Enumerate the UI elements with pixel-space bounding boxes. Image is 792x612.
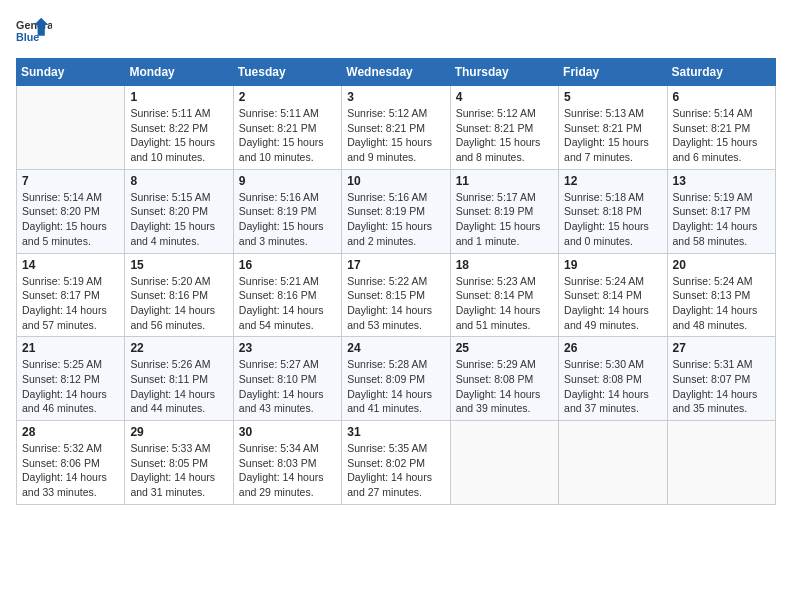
week-row-3: 14Sunrise: 5:19 AMSunset: 8:17 PMDayligh…	[17, 253, 776, 337]
day-info: Sunrise: 5:27 AMSunset: 8:10 PMDaylight:…	[239, 357, 336, 416]
week-row-4: 21Sunrise: 5:25 AMSunset: 8:12 PMDayligh…	[17, 337, 776, 421]
day-info: Sunrise: 5:24 AMSunset: 8:13 PMDaylight:…	[673, 274, 770, 333]
day-info: Sunrise: 5:19 AMSunset: 8:17 PMDaylight:…	[673, 190, 770, 249]
header-tuesday: Tuesday	[233, 59, 341, 86]
week-row-2: 7Sunrise: 5:14 AMSunset: 8:20 PMDaylight…	[17, 169, 776, 253]
day-info: Sunrise: 5:12 AMSunset: 8:21 PMDaylight:…	[456, 106, 553, 165]
day-info: Sunrise: 5:30 AMSunset: 8:08 PMDaylight:…	[564, 357, 661, 416]
day-number: 7	[22, 174, 119, 188]
calendar-cell: 12Sunrise: 5:18 AMSunset: 8:18 PMDayligh…	[559, 169, 667, 253]
day-info: Sunrise: 5:22 AMSunset: 8:15 PMDaylight:…	[347, 274, 444, 333]
calendar-cell: 30Sunrise: 5:34 AMSunset: 8:03 PMDayligh…	[233, 421, 341, 505]
calendar-cell: 27Sunrise: 5:31 AMSunset: 8:07 PMDayligh…	[667, 337, 775, 421]
calendar-cell: 31Sunrise: 5:35 AMSunset: 8:02 PMDayligh…	[342, 421, 450, 505]
header-wednesday: Wednesday	[342, 59, 450, 86]
header-thursday: Thursday	[450, 59, 558, 86]
weekday-header-row: SundayMondayTuesdayWednesdayThursdayFrid…	[17, 59, 776, 86]
day-number: 2	[239, 90, 336, 104]
calendar-cell: 2Sunrise: 5:11 AMSunset: 8:21 PMDaylight…	[233, 86, 341, 170]
day-number: 29	[130, 425, 227, 439]
day-info: Sunrise: 5:16 AMSunset: 8:19 PMDaylight:…	[347, 190, 444, 249]
day-info: Sunrise: 5:33 AMSunset: 8:05 PMDaylight:…	[130, 441, 227, 500]
day-info: Sunrise: 5:11 AMSunset: 8:21 PMDaylight:…	[239, 106, 336, 165]
day-info: Sunrise: 5:21 AMSunset: 8:16 PMDaylight:…	[239, 274, 336, 333]
calendar-cell: 11Sunrise: 5:17 AMSunset: 8:19 PMDayligh…	[450, 169, 558, 253]
calendar-cell: 8Sunrise: 5:15 AMSunset: 8:20 PMDaylight…	[125, 169, 233, 253]
calendar-cell	[559, 421, 667, 505]
day-number: 28	[22, 425, 119, 439]
calendar-cell: 9Sunrise: 5:16 AMSunset: 8:19 PMDaylight…	[233, 169, 341, 253]
calendar-cell: 28Sunrise: 5:32 AMSunset: 8:06 PMDayligh…	[17, 421, 125, 505]
day-number: 13	[673, 174, 770, 188]
week-row-1: 1Sunrise: 5:11 AMSunset: 8:22 PMDaylight…	[17, 86, 776, 170]
calendar-cell: 29Sunrise: 5:33 AMSunset: 8:05 PMDayligh…	[125, 421, 233, 505]
page-header: General Blue	[16, 16, 776, 52]
day-info: Sunrise: 5:23 AMSunset: 8:14 PMDaylight:…	[456, 274, 553, 333]
calendar-cell: 6Sunrise: 5:14 AMSunset: 8:21 PMDaylight…	[667, 86, 775, 170]
calendar-cell: 7Sunrise: 5:14 AMSunset: 8:20 PMDaylight…	[17, 169, 125, 253]
day-number: 4	[456, 90, 553, 104]
day-number: 19	[564, 258, 661, 272]
calendar-cell: 14Sunrise: 5:19 AMSunset: 8:17 PMDayligh…	[17, 253, 125, 337]
header-friday: Friday	[559, 59, 667, 86]
calendar-cell: 4Sunrise: 5:12 AMSunset: 8:21 PMDaylight…	[450, 86, 558, 170]
day-number: 5	[564, 90, 661, 104]
day-info: Sunrise: 5:11 AMSunset: 8:22 PMDaylight:…	[130, 106, 227, 165]
day-info: Sunrise: 5:34 AMSunset: 8:03 PMDaylight:…	[239, 441, 336, 500]
week-row-5: 28Sunrise: 5:32 AMSunset: 8:06 PMDayligh…	[17, 421, 776, 505]
day-number: 26	[564, 341, 661, 355]
day-info: Sunrise: 5:20 AMSunset: 8:16 PMDaylight:…	[130, 274, 227, 333]
day-info: Sunrise: 5:25 AMSunset: 8:12 PMDaylight:…	[22, 357, 119, 416]
day-number: 18	[456, 258, 553, 272]
day-info: Sunrise: 5:14 AMSunset: 8:20 PMDaylight:…	[22, 190, 119, 249]
calendar-cell: 3Sunrise: 5:12 AMSunset: 8:21 PMDaylight…	[342, 86, 450, 170]
calendar-cell	[667, 421, 775, 505]
day-info: Sunrise: 5:26 AMSunset: 8:11 PMDaylight:…	[130, 357, 227, 416]
day-number: 27	[673, 341, 770, 355]
day-info: Sunrise: 5:31 AMSunset: 8:07 PMDaylight:…	[673, 357, 770, 416]
day-info: Sunrise: 5:24 AMSunset: 8:14 PMDaylight:…	[564, 274, 661, 333]
calendar-cell: 25Sunrise: 5:29 AMSunset: 8:08 PMDayligh…	[450, 337, 558, 421]
day-number: 25	[456, 341, 553, 355]
logo: General Blue	[16, 16, 52, 52]
day-number: 14	[22, 258, 119, 272]
svg-text:Blue: Blue	[16, 31, 39, 43]
day-number: 16	[239, 258, 336, 272]
day-info: Sunrise: 5:12 AMSunset: 8:21 PMDaylight:…	[347, 106, 444, 165]
day-info: Sunrise: 5:16 AMSunset: 8:19 PMDaylight:…	[239, 190, 336, 249]
day-number: 9	[239, 174, 336, 188]
day-number: 20	[673, 258, 770, 272]
day-number: 15	[130, 258, 227, 272]
day-number: 17	[347, 258, 444, 272]
day-info: Sunrise: 5:29 AMSunset: 8:08 PMDaylight:…	[456, 357, 553, 416]
calendar-cell: 21Sunrise: 5:25 AMSunset: 8:12 PMDayligh…	[17, 337, 125, 421]
calendar-cell: 22Sunrise: 5:26 AMSunset: 8:11 PMDayligh…	[125, 337, 233, 421]
calendar-cell: 16Sunrise: 5:21 AMSunset: 8:16 PMDayligh…	[233, 253, 341, 337]
calendar-cell: 13Sunrise: 5:19 AMSunset: 8:17 PMDayligh…	[667, 169, 775, 253]
calendar-cell: 5Sunrise: 5:13 AMSunset: 8:21 PMDaylight…	[559, 86, 667, 170]
calendar-cell: 26Sunrise: 5:30 AMSunset: 8:08 PMDayligh…	[559, 337, 667, 421]
day-info: Sunrise: 5:32 AMSunset: 8:06 PMDaylight:…	[22, 441, 119, 500]
logo-icon: General Blue	[16, 16, 52, 52]
day-info: Sunrise: 5:18 AMSunset: 8:18 PMDaylight:…	[564, 190, 661, 249]
day-number: 3	[347, 90, 444, 104]
day-number: 23	[239, 341, 336, 355]
header-monday: Monday	[125, 59, 233, 86]
calendar-cell: 15Sunrise: 5:20 AMSunset: 8:16 PMDayligh…	[125, 253, 233, 337]
header-sunday: Sunday	[17, 59, 125, 86]
day-number: 10	[347, 174, 444, 188]
day-number: 22	[130, 341, 227, 355]
calendar-cell: 17Sunrise: 5:22 AMSunset: 8:15 PMDayligh…	[342, 253, 450, 337]
header-saturday: Saturday	[667, 59, 775, 86]
day-info: Sunrise: 5:17 AMSunset: 8:19 PMDaylight:…	[456, 190, 553, 249]
calendar-cell: 23Sunrise: 5:27 AMSunset: 8:10 PMDayligh…	[233, 337, 341, 421]
calendar-cell	[17, 86, 125, 170]
day-info: Sunrise: 5:15 AMSunset: 8:20 PMDaylight:…	[130, 190, 227, 249]
calendar-cell: 19Sunrise: 5:24 AMSunset: 8:14 PMDayligh…	[559, 253, 667, 337]
day-info: Sunrise: 5:14 AMSunset: 8:21 PMDaylight:…	[673, 106, 770, 165]
day-number: 24	[347, 341, 444, 355]
calendar-cell: 18Sunrise: 5:23 AMSunset: 8:14 PMDayligh…	[450, 253, 558, 337]
day-info: Sunrise: 5:13 AMSunset: 8:21 PMDaylight:…	[564, 106, 661, 165]
calendar-cell: 24Sunrise: 5:28 AMSunset: 8:09 PMDayligh…	[342, 337, 450, 421]
day-info: Sunrise: 5:35 AMSunset: 8:02 PMDaylight:…	[347, 441, 444, 500]
